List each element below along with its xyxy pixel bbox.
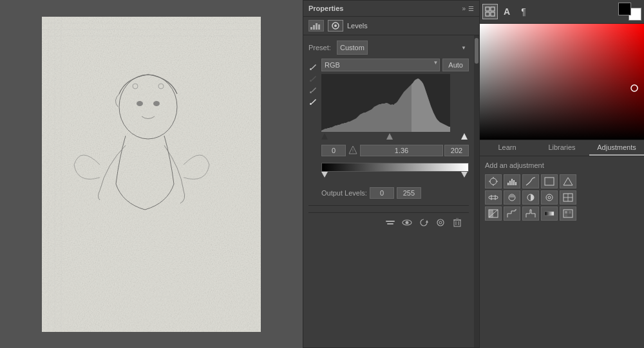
output-white-handle[interactable]: [461, 172, 468, 178]
svg-text:!: !: [352, 149, 354, 153]
posterize-btn[interactable]: [504, 206, 520, 221]
output-black-handle[interactable]: [321, 172, 328, 178]
sketch-artwork: [42, 17, 261, 332]
invert-btn[interactable]: [485, 206, 502, 221]
preset-select[interactable]: Custom: [337, 41, 368, 55]
svg-rect-57: [489, 196, 498, 199]
photo-filter-btn[interactable]: [541, 190, 558, 205]
svg-point-22: [310, 103, 312, 105]
properties-header: Properties » ☰: [303, 1, 479, 17]
tab-histogram[interactable]: [308, 20, 324, 32]
svg-rect-54: [515, 182, 516, 185]
mid-eyedropper-btn[interactable]: [308, 84, 319, 95]
svg-rect-51: [509, 181, 511, 185]
histogram-display: [321, 74, 450, 132]
scroll-bar[interactable]: [474, 35, 479, 347]
svg-point-18: [334, 24, 337, 27]
properties-panel-container: Properties » ☰ Lev: [303, 0, 480, 348]
black-eyedropper-btn[interactable]: [308, 73, 319, 83]
hue-sat-btn[interactable]: [485, 190, 502, 205]
visibility-btn[interactable]: [434, 217, 447, 228]
svg-rect-52: [511, 179, 513, 185]
eyedropper-tools: [308, 59, 319, 106]
preset-row: Preset: Custom ▼: [308, 41, 469, 55]
white-level-input[interactable]: [444, 145, 469, 156]
selective-color-btn[interactable]: [560, 206, 576, 221]
adj-icons-row-2: [485, 190, 639, 205]
output-handles: [321, 172, 469, 181]
channel-select-wrap: RGB ▼: [321, 59, 440, 71]
svg-rect-43: [480, 24, 644, 140]
svg-point-4: [153, 101, 160, 106]
gradient-map-btn[interactable]: [541, 206, 558, 221]
expand-icon[interactable]: »: [462, 5, 466, 12]
black-point-handle[interactable]: [321, 133, 328, 140]
svg-point-62: [546, 194, 553, 201]
svg-point-3: [137, 101, 143, 106]
scroll-thumb[interactable]: [475, 38, 478, 64]
tab-adjustments[interactable]: Adjustments: [589, 140, 644, 156]
color-picker-gradient[interactable]: [480, 24, 644, 140]
black-level-input[interactable]: [321, 145, 346, 156]
panel-tabs: Levels: [303, 17, 479, 35]
warning-icon: !: [348, 145, 357, 156]
midpoint-handle[interactable]: [386, 133, 393, 140]
svg-rect-73: [565, 214, 567, 217]
histogram-container: RGB ▼ Auto: [321, 59, 469, 199]
output-min-input[interactable]: [370, 187, 394, 199]
svg-rect-71: [565, 211, 567, 214]
mid-level-input[interactable]: [360, 145, 443, 156]
right-sidebar: A ¶: [480, 0, 644, 348]
bw-btn[interactable]: [522, 190, 539, 205]
sample-eyedropper-btn[interactable]: [308, 61, 319, 71]
fg-color-swatch[interactable]: [618, 3, 631, 15]
color-balance-btn[interactable]: [504, 190, 520, 205]
tab-libraries[interactable]: Libraries: [535, 140, 589, 156]
tab-adjustment[interactable]: [328, 20, 343, 32]
sidebar-top-tools: A ¶: [480, 0, 644, 24]
output-max-input[interactable]: [397, 187, 421, 199]
delete-btn[interactable]: [451, 217, 464, 228]
svg-rect-27: [387, 223, 393, 224]
svg-rect-55: [545, 178, 554, 185]
canvas-area: [0, 0, 303, 348]
brightness-contrast-btn[interactable]: [485, 174, 502, 188]
clip-to-layer-btn[interactable]: [384, 217, 397, 228]
exposure-btn[interactable]: [541, 174, 558, 188]
tab-learn[interactable]: Learn: [480, 140, 535, 156]
adjustments-panel: Learn Libraries Adjustments Add an adjus…: [480, 140, 644, 348]
preset-label: Preset:: [308, 44, 333, 51]
svg-point-20: [310, 80, 312, 82]
levels-btn[interactable]: [504, 174, 520, 188]
color-picker-area[interactable]: [480, 24, 644, 140]
svg-marker-30: [426, 220, 428, 223]
reset-btn[interactable]: [417, 217, 430, 228]
levels-tab-label: Levels: [347, 22, 368, 30]
input-sliders: [321, 133, 469, 143]
fg-bg-color-swatch[interactable]: [618, 3, 641, 21]
svg-point-29: [406, 221, 409, 224]
eye-btn[interactable]: [401, 217, 413, 228]
output-levels-row: Output Levels:: [321, 187, 469, 199]
white-eyedropper-btn[interactable]: [308, 96, 319, 106]
menu-icon[interactable]: ☰: [468, 5, 474, 12]
input-values-row: !: [321, 145, 469, 156]
adj-icons-row-1: [485, 174, 639, 188]
channel-select[interactable]: RGB: [321, 59, 440, 71]
svg-rect-14: [313, 25, 315, 30]
adj-icons-row-3: [485, 206, 639, 221]
vibrance-btn[interactable]: [560, 174, 576, 188]
curves-btn[interactable]: [522, 174, 539, 188]
adjustments-panel-icon[interactable]: [482, 4, 498, 19]
text-tool-icon[interactable]: A: [499, 4, 515, 19]
properties-title: Properties: [308, 5, 343, 12]
auto-button[interactable]: Auto: [442, 59, 469, 71]
svg-rect-40: [486, 12, 489, 16]
white-point-handle[interactable]: [461, 133, 468, 140]
channel-mixer-btn[interactable]: [560, 190, 576, 205]
paragraph-tool-icon[interactable]: ¶: [516, 4, 531, 19]
threshold-btn[interactable]: [522, 206, 539, 221]
panel-body: Preset: Custom ▼: [303, 35, 474, 347]
svg-rect-16: [318, 24, 320, 30]
bottom-toolbar: [308, 212, 469, 232]
